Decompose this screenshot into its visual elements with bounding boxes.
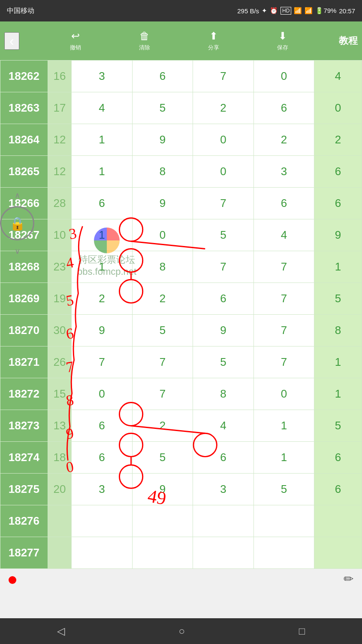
table-row: 18266 28 6 9 7 6 6 (0, 188, 362, 219)
row-last: 0 (314, 92, 362, 124)
nav-home-button[interactable]: ○ (178, 625, 185, 637)
row-last: 5 (314, 410, 362, 442)
row-d3: 0 (193, 156, 254, 188)
row-d1: 7 (72, 346, 133, 378)
table-row: 18274 18 6 5 6 1 6 (0, 442, 362, 474)
table-row: 18265 12 1 8 0 3 6 (0, 156, 362, 188)
row-last: 6 (314, 474, 362, 505)
row-d1: 6 (72, 188, 133, 219)
row-last: 6 (314, 188, 362, 219)
main-content: ∧ 🔒 ∨ 特区彩票论坛bbs.fomcp.net 18262 16 3 6 7… (0, 60, 362, 618)
back-button[interactable]: ‹ (4, 32, 19, 50)
row-last: 6 (314, 442, 362, 474)
row-last: 1 (314, 378, 362, 410)
save-label: 保存 (277, 44, 288, 52)
nav-back-button[interactable]: ◁ (57, 625, 65, 637)
battery-label: 🔋79% (315, 7, 336, 15)
share-label: 分享 (208, 44, 219, 52)
row-d3: 7 (193, 61, 254, 92)
row-d2: 9 (132, 188, 193, 219)
row-d4: 7 (253, 315, 314, 346)
row-d4 (253, 537, 314, 569)
row-d2: 9 (132, 124, 193, 156)
row-id: 18271 (0, 346, 48, 378)
row-d2: 7 (132, 346, 193, 378)
row-num: 12 (48, 124, 71, 156)
status-bar: 中国移动 295 B/s ✦ ⏰ HD 📶 📶 🔋79% 20:57 (0, 0, 362, 21)
row-d4: 4 (253, 219, 314, 251)
save-icon: ⬇ (278, 30, 287, 42)
tutorial-title[interactable]: 教程 (339, 34, 358, 47)
toolbar: ‹ ↩ 撤销 🗑 清除 ⬆ 分享 ⬇ 保存 教程 (0, 21, 362, 60)
table-row: 18264 12 1 9 0 2 2 (0, 124, 362, 156)
speed-label: 295 B/s (237, 7, 259, 15)
row-d3: 3 (193, 474, 254, 505)
carrier-label: 中国移动 (7, 6, 34, 15)
row-d2 (132, 505, 193, 537)
row-d3: 6 (193, 283, 254, 315)
table-row: 18270 30 9 5 9 7 8 (0, 315, 362, 346)
undo-icon: ↩ (71, 30, 80, 42)
row-d1: 1 (72, 219, 133, 251)
save-button[interactable]: ⬇ 保存 (270, 30, 296, 52)
row-d4: 0 (253, 378, 314, 410)
nav-recent-button[interactable]: □ (299, 625, 305, 637)
share-button[interactable]: ⬆ 分享 (201, 30, 226, 52)
row-d4: 7 (253, 283, 314, 315)
table-row: 18271 26 7 7 5 7 1 (0, 346, 362, 378)
row-d4: 6 (253, 188, 314, 219)
row-d1: 3 (72, 474, 133, 505)
row-id: 18264 (0, 124, 48, 156)
row-num: 28 (48, 188, 71, 219)
undo-button[interactable]: ↩ 撤销 (63, 30, 88, 52)
row-last: 1 (314, 251, 362, 283)
row-id: 18265 (0, 156, 48, 188)
table-row: 18273 13 6 2 4 1 5 (0, 410, 362, 442)
row-id: 18277 (0, 537, 48, 569)
row-last: 2 (314, 124, 362, 156)
table-row: 18267 10 1 0 5 4 9 (0, 219, 362, 251)
scroll-down-button[interactable]: ∨ (6, 245, 28, 258)
row-d4: 1 (253, 410, 314, 442)
row-id: 18274 (0, 442, 48, 474)
row-d4: 5 (253, 474, 314, 505)
row-d1: 1 (72, 251, 133, 283)
row-num: 23 (48, 251, 71, 283)
row-d3: 5 (193, 346, 254, 378)
row-d1: 3 (72, 61, 133, 92)
row-last: 9 (314, 219, 362, 251)
row-num: 13 (48, 410, 71, 442)
row-id: 18269 (0, 283, 48, 315)
red-dot-indicator (9, 576, 16, 584)
row-num (48, 505, 71, 537)
edit-icon[interactable]: ✏ (344, 572, 353, 586)
table-row: 18272 15 0 7 8 0 1 (0, 378, 362, 410)
share-icon: ⬆ (209, 30, 218, 42)
row-d4: 7 (253, 346, 314, 378)
bottom-nav: ◁ ○ □ (0, 618, 362, 644)
row-d2: 2 (132, 410, 193, 442)
row-last: 1 (314, 346, 362, 378)
clear-button[interactable]: 🗑 清除 (132, 30, 157, 52)
row-d3: 0 (193, 124, 254, 156)
row-d3: 4 (193, 410, 254, 442)
time-label: 20:57 (339, 7, 355, 15)
row-d1: 6 (72, 410, 133, 442)
scroll-up-button[interactable]: ∧ (6, 189, 28, 202)
row-num: 16 (48, 61, 71, 92)
row-num: 15 (48, 378, 71, 410)
table-row: 18262 16 3 6 7 0 4 (0, 61, 362, 92)
trash-icon: 🗑 (139, 30, 150, 42)
table-row: 18276 (0, 505, 362, 537)
undo-label: 撤销 (70, 44, 81, 52)
row-d1: 9 (72, 315, 133, 346)
lock-button[interactable]: 🔒 (0, 206, 34, 240)
signal-icon: 📶 (305, 7, 313, 15)
row-d2: 0 (132, 219, 193, 251)
row-d1: 1 (72, 156, 133, 188)
row-d2: 5 (132, 315, 193, 346)
row-id: 18262 (0, 61, 48, 92)
row-d4: 0 (253, 61, 314, 92)
row-d2: 2 (132, 283, 193, 315)
row-d4: 3 (253, 156, 314, 188)
